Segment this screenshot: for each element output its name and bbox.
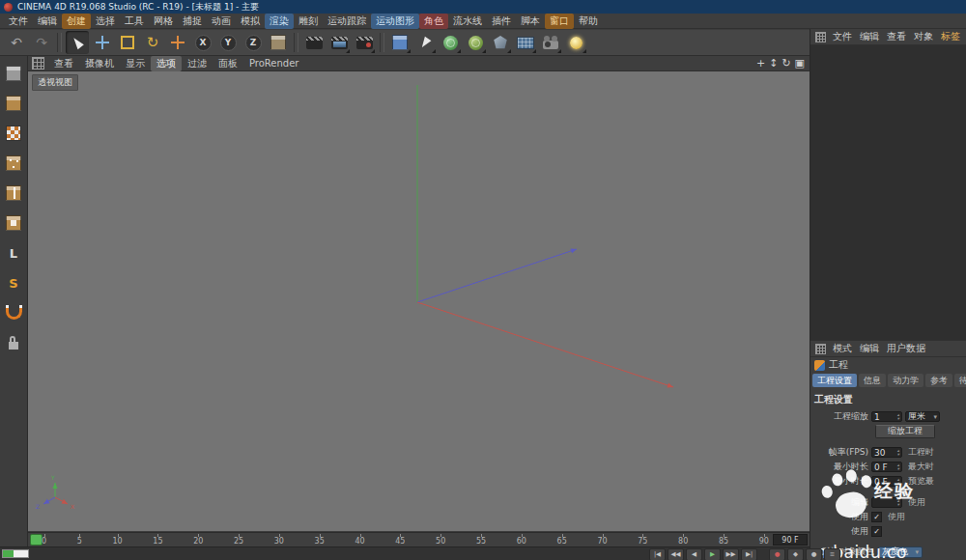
frame-tick-90[interactable]: 90 — [759, 534, 769, 546]
coordinate-system-button[interactable] — [267, 31, 290, 54]
camera-button[interactable] — [539, 31, 562, 54]
render-view-button[interactable] — [302, 31, 326, 54]
viewport-menu-panel[interactable]: 面板 — [213, 56, 243, 71]
viewport-menu-prorender[interactable]: ProRender — [243, 57, 304, 70]
default-object-color-select[interactable]: 灰度色 ▾ — [878, 546, 923, 558]
frame-tick-30[interactable]: 30 — [274, 534, 284, 546]
frame-tick-35[interactable]: 35 — [315, 534, 325, 546]
deformer-button[interactable] — [489, 31, 512, 54]
object-manager-menu-objects[interactable]: 对象 — [910, 29, 937, 44]
fps-input[interactable]: 30▴▾ — [871, 447, 902, 458]
attribute-manager-icon[interactable] — [815, 344, 826, 354]
render-picture-viewer-button[interactable] — [327, 31, 351, 54]
spline-pen-button[interactable] — [413, 31, 437, 54]
rotate-tool[interactable]: ↻ — [141, 31, 164, 54]
redo-button[interactable]: ↷ — [30, 31, 53, 54]
menu-motion-tracker[interactable]: 运动跟踪 — [323, 14, 371, 29]
pan-view-icon[interactable]: + — [756, 58, 765, 69]
record-button[interactable]: ● — [769, 548, 785, 560]
subdivision-surface-button[interactable] — [439, 31, 462, 54]
menu-help[interactable]: 帮助 — [574, 14, 603, 29]
model-mode-button[interactable] — [1, 91, 26, 116]
prev-frame-button[interactable]: ◀ — [686, 548, 702, 560]
lock-workplane-button[interactable] — [1, 330, 26, 355]
menu-mograph[interactable]: 运动图形 — [371, 14, 419, 29]
menu-create[interactable]: 创建 — [62, 14, 91, 29]
keyframe-button[interactable]: ◆ — [787, 548, 804, 560]
viewport-menu-display[interactable]: 显示 — [120, 56, 151, 71]
points-mode-button[interactable] — [1, 151, 26, 176]
polygons-mode-button[interactable] — [1, 210, 26, 236]
frame-tick-20[interactable]: 20 — [193, 534, 203, 546]
min-time-input[interactable]: 0 F▴▾ — [871, 462, 902, 472]
goto-start-button[interactable]: |◀ — [649, 548, 666, 560]
menu-file[interactable]: 文件 — [4, 14, 33, 29]
playback-options-button[interactable]: ≡ — [824, 548, 840, 560]
menu-render[interactable]: 渲染 — [265, 14, 294, 29]
tab-project-settings[interactable]: 工程设置 — [812, 374, 857, 387]
menu-edit[interactable]: 编辑 — [33, 14, 62, 29]
frame-tick-0[interactable]: 0 — [42, 534, 46, 546]
menu-plugins[interactable]: 插件 — [487, 14, 516, 29]
menu-window[interactable]: 窗口 — [545, 14, 574, 29]
edges-mode-button[interactable] — [1, 181, 26, 206]
frame-tick-80[interactable]: 80 — [678, 534, 688, 546]
object-manager-list[interactable] — [810, 45, 966, 341]
tab-info[interactable]: 信息 — [859, 374, 886, 387]
attribute-manager-menu-user-data[interactable]: 用户数据 — [883, 341, 929, 356]
next-frame-button[interactable]: ▶▶ — [723, 548, 739, 560]
goto-end-button[interactable]: ▶| — [741, 548, 757, 560]
project-scale-unit-select[interactable]: 厘米▾ — [905, 411, 940, 422]
menu-sculpt[interactable]: 雕刻 — [294, 14, 323, 29]
frame-tick-65[interactable]: 65 — [557, 534, 567, 546]
y-axis-lock-button[interactable]: Y — [216, 31, 240, 54]
scale-tool[interactable] — [116, 31, 139, 54]
menu-animate[interactable]: 动画 — [207, 14, 236, 29]
menu-mesh[interactable]: 网格 — [149, 14, 178, 29]
use-setting-1-checkbox[interactable]: ✓ — [871, 512, 882, 522]
edit-setting-input[interactable]: ▴▾ — [871, 497, 902, 508]
z-axis-lock-button[interactable]: Z — [242, 31, 265, 54]
add-primitive-button[interactable] — [388, 31, 412, 54]
generator-button[interactable] — [464, 31, 487, 54]
scale-project-button[interactable]: 缩放工程 — [875, 425, 935, 438]
frame-tick-85[interactable]: 85 — [719, 534, 728, 546]
frame-tick-60[interactable]: 60 — [517, 534, 526, 546]
frame-tick-75[interactable]: 75 — [638, 534, 647, 546]
frame-tick-50[interactable]: 50 — [436, 534, 445, 546]
viewport-menu-cameras[interactable]: 摄像机 — [79, 56, 120, 71]
object-manager-icon[interactable] — [815, 32, 826, 42]
frame-tick-10[interactable]: 10 — [112, 534, 122, 546]
viewport-menu-view[interactable]: 查看 — [48, 56, 79, 71]
frame-tick-40[interactable]: 40 — [355, 534, 364, 546]
undo-button[interactable]: ↶ — [5, 31, 28, 54]
menu-snap[interactable]: 捕捉 — [178, 14, 207, 29]
play-button[interactable]: ▶ — [704, 548, 721, 560]
enable-snap-button[interactable]: S — [1, 270, 26, 295]
frame-tick-15[interactable]: 15 — [153, 534, 162, 546]
use-setting-2-checkbox[interactable]: ✓ — [871, 526, 882, 537]
make-editable-button[interactable] — [1, 61, 26, 86]
last-used-tool[interactable] — [166, 31, 189, 54]
workplane-mode-button[interactable]: L — [1, 240, 26, 266]
magnet-snap-button[interactable] — [1, 300, 26, 325]
viewport-menu-options[interactable]: 选项 — [151, 56, 182, 71]
object-manager-menu-file[interactable]: 文件 — [829, 29, 856, 44]
object-manager-menu-view[interactable]: 查看 — [883, 29, 910, 44]
prev-key-button[interactable]: ◀◀ — [668, 548, 684, 560]
attribute-manager-menu-edit[interactable]: 编辑 — [856, 341, 883, 356]
x-axis-lock-button[interactable]: X — [191, 31, 214, 54]
frame-tick-70[interactable]: 70 — [597, 534, 607, 546]
environment-button[interactable] — [514, 31, 537, 54]
menu-simulate[interactable]: 模拟 — [236, 14, 265, 29]
orbit-view-icon[interactable]: ↻ — [781, 58, 790, 69]
frame-tick-5[interactable]: 5 — [77, 534, 82, 546]
preview-min-time-input[interactable]: 0 F▴▾ — [871, 476, 902, 487]
tab-dynamics[interactable]: 动力学 — [888, 374, 923, 387]
light-button[interactable] — [564, 31, 587, 54]
autokey-button[interactable]: ● — [806, 548, 822, 560]
move-tool[interactable] — [91, 31, 114, 54]
end-frame-field[interactable]: 90 F — [773, 534, 808, 546]
timeline-ruler[interactable]: 051015202530354045505560657075808590 90 … — [28, 532, 810, 546]
viewport-layout-icon[interactable] — [32, 57, 44, 70]
